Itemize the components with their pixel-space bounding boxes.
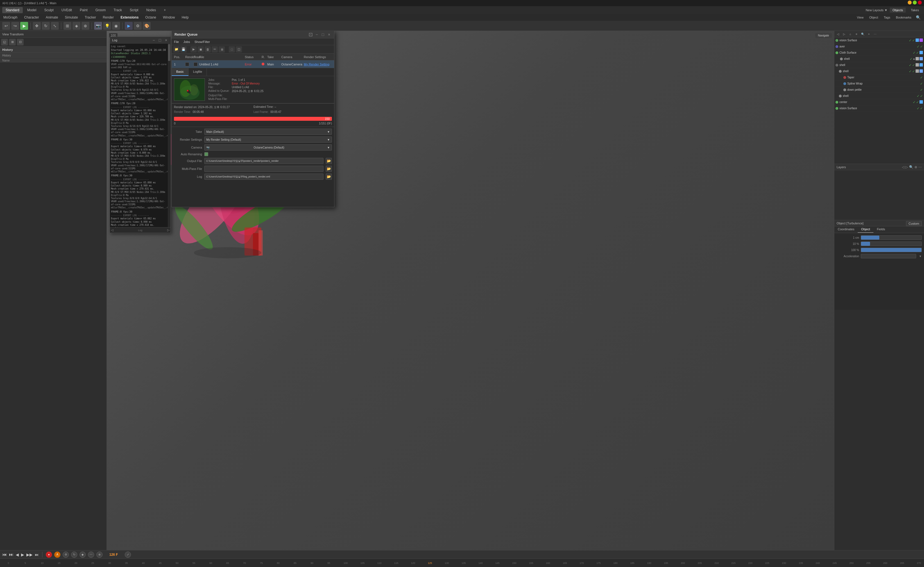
log-bottom-icon-1[interactable]: ◁ bbox=[111, 228, 113, 232]
panel-nav-back[interactable]: ◁ bbox=[835, 32, 841, 36]
prop-slider-100pct[interactable] bbox=[861, 248, 922, 252]
menu-window[interactable]: Window bbox=[162, 15, 176, 20]
obj-shell-3[interactable]: shell ✓ ✓ bbox=[834, 68, 924, 74]
rq-icon-monitor[interactable]: 🖥 bbox=[219, 46, 225, 52]
panel-nav-forward[interactable]: ▷ bbox=[842, 32, 847, 36]
rq-check-1[interactable] bbox=[185, 62, 189, 66]
new-layouts-btn[interactable]: New Layouts ▼ bbox=[865, 8, 888, 12]
log-close-btn[interactable]: × bbox=[164, 38, 168, 42]
menu-character[interactable]: Character bbox=[23, 15, 40, 20]
toolbar-icon-render[interactable]: ▶ bbox=[20, 22, 28, 30]
menu-octane[interactable]: Octane bbox=[144, 15, 157, 20]
timeline-play-btn[interactable]: ▶ bbox=[21, 552, 24, 557]
tab-groom[interactable]: Groom bbox=[92, 7, 109, 13]
panel-sort[interactable]: ≡ bbox=[854, 32, 859, 36]
log-minimize-btn[interactable]: − bbox=[152, 38, 156, 42]
obj-down-pettle[interactable]: down pettle ✓ bbox=[834, 87, 924, 93]
left-toolbar-1[interactable]: ◱ bbox=[1, 39, 8, 45]
menu-animate[interactable]: Animate bbox=[45, 15, 59, 20]
tab-sculpt[interactable]: Sculpt bbox=[41, 7, 57, 13]
panel-more[interactable]: ⋯ bbox=[873, 32, 877, 36]
timeline-prev-frame-btn[interactable]: ◀ bbox=[16, 552, 19, 557]
rq-icon-edit[interactable]: ✏ bbox=[212, 46, 218, 52]
left-toolbar-3[interactable]: ⊡ bbox=[17, 39, 24, 45]
object-menu[interactable]: Object bbox=[867, 15, 880, 20]
menu-simulate[interactable]: Simulate bbox=[64, 15, 79, 20]
rq-tab-logfile[interactable]: Logfile bbox=[189, 68, 207, 76]
timeline-prev-key-btn[interactable]: ⏭ bbox=[9, 552, 14, 557]
custom-dropdown[interactable]: Custom bbox=[906, 221, 922, 226]
navigate-btn[interactable]: Navigate bbox=[815, 33, 832, 38]
rq-input-log[interactable]: C:\Users\User\Desktop\작업실무\log_poster1_r… bbox=[204, 174, 323, 180]
layers-icon-nav-fwd[interactable]: ▷ bbox=[906, 165, 908, 169]
rq-cell-render-settings[interactable]: My Render Setting bbox=[304, 63, 332, 66]
timeline-to-end-btn[interactable]: ⏭ bbox=[35, 552, 39, 557]
toolbar-icon-axis[interactable]: ⊕ bbox=[81, 22, 89, 30]
obj-taper[interactable]: Taper ✓ bbox=[834, 74, 924, 81]
log-maximize-btn[interactable]: □ bbox=[158, 38, 162, 42]
log-scroll-thumb[interactable] bbox=[168, 44, 170, 61]
rq-tab-basic[interactable]: Basic bbox=[172, 68, 189, 76]
window-controls[interactable] bbox=[908, 0, 922, 4]
toolbar-icon-scale[interactable]: ⤡ bbox=[51, 22, 59, 30]
panel-search[interactable]: 🔍 bbox=[860, 32, 865, 36]
timeline-next-frame-btn[interactable]: ▶▶ bbox=[26, 552, 33, 557]
tab-script[interactable]: Script bbox=[126, 7, 142, 13]
log-window-controls[interactable]: − □ × bbox=[152, 38, 168, 42]
rq-icon-play[interactable]: ▶ bbox=[191, 46, 197, 52]
tab-add[interactable]: + bbox=[161, 7, 169, 13]
obj-shell-4[interactable]: shell ✓ ✓ bbox=[834, 93, 924, 99]
prop-slider-acceleration[interactable] bbox=[861, 254, 916, 258]
rq-menu-file[interactable]: File bbox=[174, 40, 179, 44]
rq-team-check[interactable] bbox=[194, 62, 198, 66]
rq-dropdown-take[interactable]: Main (Default) ▼ bbox=[204, 129, 332, 135]
toolbar-icon-palette[interactable]: 🎨 bbox=[143, 22, 151, 30]
timeline-ease-btn[interactable]: 〰 bbox=[88, 552, 94, 558]
toolbar-icon-undo[interactable]: ↩ bbox=[2, 22, 10, 30]
prop-tab-fields[interactable]: Fields bbox=[873, 226, 888, 233]
rq-checkbox-auto[interactable]: ✓ bbox=[204, 152, 208, 156]
close-btn[interactable] bbox=[918, 0, 922, 4]
rq-window-controls[interactable]: ⊡ − □ × bbox=[308, 32, 331, 38]
panel-add[interactable]: + bbox=[866, 32, 871, 36]
rq-icon-save[interactable]: 💾 bbox=[180, 46, 186, 52]
rq-icon-delete[interactable]: 🗑 bbox=[204, 46, 211, 52]
timeline-orange-btn[interactable]: A bbox=[54, 552, 60, 558]
menu-help[interactable]: Help bbox=[180, 15, 190, 20]
tab-standard[interactable]: Standard bbox=[2, 7, 23, 13]
menu-extensions[interactable]: Extensions bbox=[119, 15, 140, 20]
obj-vision-surface-1[interactable]: vision Surface ✓ ✓ bbox=[834, 38, 924, 44]
timeline-snap-btn[interactable]: ⊕ bbox=[96, 552, 102, 558]
prop-slider-10pct[interactable] bbox=[861, 242, 922, 246]
toolbar-icon-rotate[interactable]: ↻ bbox=[42, 22, 50, 30]
layers-icon-nav-back[interactable]: ◁ bbox=[902, 165, 904, 169]
panel-home[interactable]: ⌂ bbox=[848, 32, 853, 36]
objects-tab[interactable]: Objects bbox=[890, 8, 906, 13]
toolbar-icon-grid[interactable]: ⊞ bbox=[63, 22, 71, 30]
menu-render[interactable]: Render bbox=[102, 15, 115, 20]
timeline-loop-btn[interactable]: ↻ bbox=[71, 552, 77, 558]
rq-output-browse-btn[interactable]: 📂 bbox=[326, 158, 332, 164]
takes-tab[interactable]: Takes bbox=[908, 8, 922, 13]
layers-icon-add[interactable]: ⊕ bbox=[915, 165, 917, 169]
obj-spline-wrap[interactable]: Spline Wrap ✓ bbox=[834, 81, 924, 87]
menu-mograph[interactable]: MoGraph bbox=[2, 15, 18, 20]
toolbar-icon-material[interactable]: ◉ bbox=[112, 22, 120, 30]
rq-menu-jobs[interactable]: Jobs bbox=[183, 40, 190, 44]
tab-uvedit[interactable]: UVEdit bbox=[58, 7, 75, 13]
rq-dropdown-camera[interactable]: 📷 OctaneCamera (Default) ▼ bbox=[204, 144, 332, 150]
toolbar-icon-light[interactable]: 💡 bbox=[103, 22, 111, 30]
prop-dropdown-arrow[interactable]: ▼ bbox=[919, 255, 922, 258]
timeline-expand-btn[interactable]: ⤢ bbox=[125, 552, 131, 558]
toolbar-icon-move[interactable]: ✥ bbox=[33, 22, 41, 30]
maximize-btn[interactable] bbox=[913, 0, 917, 4]
timeline-settings-btn[interactable]: ⚙ bbox=[63, 552, 69, 558]
obj-shell-1[interactable]: shell ✓ ● bbox=[834, 56, 924, 62]
prop-tab-object[interactable]: Object bbox=[858, 226, 873, 233]
prop-slider-1cm[interactable] bbox=[861, 236, 922, 240]
rq-log-browse-btn[interactable]: 📂 bbox=[326, 174, 332, 180]
timeline-key-btn[interactable]: ◆ bbox=[80, 552, 86, 558]
timeline-record-btn[interactable]: ● bbox=[46, 552, 52, 558]
obj-cloth-surface[interactable]: Cloth Surface ✓ ✓ bbox=[834, 50, 924, 56]
layers-icon-search[interactable]: 🔍 bbox=[909, 165, 913, 169]
